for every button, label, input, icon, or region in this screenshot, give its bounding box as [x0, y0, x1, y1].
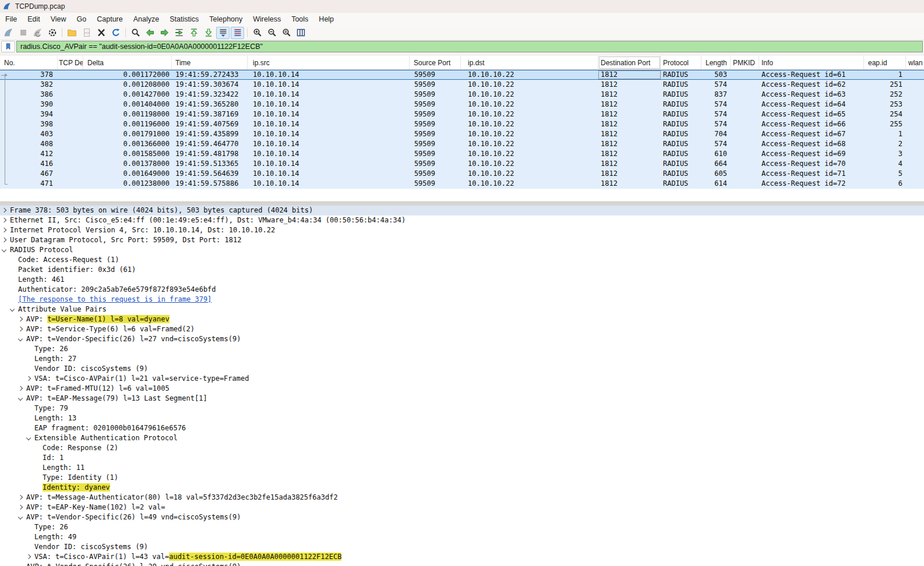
- detail-line[interactable]: Extensible Authentication Protocol: [0, 433, 924, 443]
- detail-line[interactable]: VSA: t=Cisco-AVPair(1) l=21 val=service-…: [0, 374, 924, 384]
- menu-file[interactable]: File: [0, 14, 22, 24]
- expanded-chevron-icon[interactable]: [18, 337, 23, 341]
- detail-line[interactable]: Type: 79: [0, 404, 924, 413]
- menu-analyze[interactable]: Analyze: [128, 14, 164, 24]
- capture-options-button[interactable]: [45, 27, 59, 39]
- detail-line[interactable]: AVP: t=Message-Authenticator(80) l=18 va…: [0, 493, 924, 503]
- detail-line[interactable]: Length: 27: [0, 354, 924, 364]
- collapsed-chevron-icon[interactable]: [18, 327, 23, 331]
- column-header-ipdst[interactable]: ip.dst: [461, 56, 598, 69]
- go-back-button[interactable]: [143, 27, 157, 39]
- collapsed-chevron-icon[interactable]: [2, 208, 6, 213]
- menu-capture[interactable]: Capture: [91, 14, 128, 24]
- response-frame-link[interactable]: [The response to this request is in fram…: [18, 295, 211, 303]
- expanded-chevron-icon[interactable]: [2, 247, 6, 252]
- menu-telephony[interactable]: Telephony: [204, 14, 248, 24]
- column-header-ipsrc[interactable]: ip.src: [248, 56, 410, 69]
- detail-line[interactable]: VSA: t=Cisco-AVPair(1) l=43 val=audit-se…: [0, 552, 924, 562]
- detail-line[interactable]: Code: Response (2): [0, 443, 924, 453]
- column-header-wl[interactable]: wlan: [906, 56, 924, 69]
- autoscroll-button[interactable]: [216, 27, 230, 39]
- packet-row[interactable]: 3900.00140400019:41:59.36528010.10.10.14…: [0, 100, 924, 109]
- detail-line[interactable]: AVP: t=User-Name(1) l=8 val=dyanev: [0, 314, 924, 324]
- column-header-info[interactable]: Info: [759, 56, 864, 69]
- detail-line[interactable]: Length: 461: [0, 275, 924, 285]
- column-header-sport[interactable]: Source Port: [410, 56, 461, 69]
- detail-line[interactable]: User Datagram Protocol, Src Port: 59509,…: [0, 235, 924, 245]
- detail-line[interactable]: Internet Protocol Version 4, Src: 10.10.…: [0, 225, 924, 235]
- column-header-eapid[interactable]: eap.id: [864, 56, 906, 69]
- packet-row[interactable]: 4670.00164900019:41:59.56463910.10.10.14…: [0, 169, 924, 179]
- detail-line[interactable]: EAP fragment: 0201000b016479616e6576: [0, 423, 924, 433]
- stop-capture-button[interactable]: [16, 27, 30, 39]
- packet-row[interactable]: 4710.00123800019:41:59.57588610.10.10.14…: [0, 179, 924, 189]
- go-first-packet-button[interactable]: [187, 27, 200, 39]
- go-to-packet-button[interactable]: [172, 27, 186, 39]
- column-header-proto[interactable]: Protocol: [661, 56, 701, 69]
- collapsed-chevron-icon[interactable]: [26, 554, 31, 559]
- expanded-chevron-icon[interactable]: [18, 396, 23, 401]
- detail-line[interactable]: AVP: t=EAP-Key-Name(102) l=2 val=: [0, 503, 924, 512]
- menu-go[interactable]: Go: [72, 14, 92, 24]
- filter-bookmark-button[interactable]: [1, 41, 15, 52]
- collapsed-chevron-icon[interactable]: [18, 317, 23, 321]
- collapsed-chevron-icon[interactable]: [18, 505, 23, 510]
- detail-line[interactable]: AVP: t=EAP-Message(79) l=13 Last Segment…: [0, 394, 924, 404]
- column-header-dport[interactable]: Destination Port: [598, 56, 661, 69]
- packet-row[interactable]: 3980.00119600019:41:59.40756910.10.10.14…: [0, 119, 924, 129]
- menu-view[interactable]: View: [45, 14, 72, 24]
- detail-line[interactable]: Type: Identity (1): [0, 473, 924, 483]
- column-header-time[interactable]: Time: [172, 56, 248, 69]
- detail-line[interactable]: AVP: t=Framed-MTU(12) l=6 val=1005: [0, 384, 924, 394]
- zoom-in-button[interactable]: [251, 27, 264, 39]
- menu-wireless[interactable]: Wireless: [248, 14, 286, 24]
- packet-row[interactable]: 3860.00142700019:41:59.32342210.10.10.14…: [0, 90, 924, 100]
- expanded-chevron-icon[interactable]: [10, 307, 15, 312]
- packet-row[interactable]: 3780.00117200019:41:59.27243310.10.10.14…: [0, 70, 924, 80]
- pane-splitter[interactable]: [0, 201, 924, 206]
- go-forward-button[interactable]: [158, 27, 171, 39]
- column-header-no[interactable]: No.: [0, 56, 58, 69]
- detail-line[interactable]: Ethernet II, Src: Cisco_e5:e4:ff (00:1e:…: [0, 215, 924, 225]
- column-header-tcpdel[interactable]: TCP Delta: [58, 56, 83, 69]
- column-header-pmkid[interactable]: PMKID: [731, 56, 759, 69]
- collapsed-chevron-icon[interactable]: [2, 238, 6, 242]
- zoom-reset-button[interactable]: [280, 27, 293, 39]
- packet-row[interactable]: 4160.00137800019:41:59.51336510.10.10.14…: [0, 159, 924, 169]
- resize-columns-button[interactable]: [294, 27, 308, 39]
- collapsed-chevron-icon[interactable]: [18, 386, 23, 391]
- detail-line[interactable]: Id: 1: [0, 453, 924, 463]
- menu-statistics[interactable]: Statistics: [164, 14, 204, 24]
- column-header-len[interactable]: Length: [701, 56, 731, 69]
- collapsed-chevron-icon[interactable]: [26, 376, 31, 381]
- detail-line[interactable]: AVP: t=Vendor-Specific(26) l=49 vnd=cisc…: [0, 512, 924, 522]
- packet-row[interactable]: 3820.00120800019:41:59.30367410.10.10.14…: [0, 80, 924, 90]
- detail-line[interactable]: Authenticator: 209c2a5ab7e6e579f872f893e…: [0, 285, 924, 295]
- detail-line[interactable]: [The response to this request is in fram…: [0, 295, 924, 305]
- detail-line[interactable]: Vendor ID: ciscoSystems (9): [0, 542, 924, 552]
- expanded-chevron-icon[interactable]: [26, 436, 31, 440]
- detail-line[interactable]: Length: 13: [0, 413, 924, 423]
- find-packet-button[interactable]: [129, 27, 142, 39]
- detail-line[interactable]: Type: 26: [0, 522, 924, 532]
- restart-capture-button[interactable]: [31, 27, 44, 39]
- start-capture-button[interactable]: [2, 27, 15, 39]
- detail-line[interactable]: Type: 26: [0, 344, 924, 354]
- detail-line[interactable]: RADIUS Protocol: [0, 245, 924, 255]
- column-header-delta[interactable]: Delta: [83, 56, 172, 69]
- detail-line[interactable]: Frame 378: 503 bytes on wire (4024 bits)…: [0, 206, 924, 215]
- packet-row[interactable]: 4030.00179100019:41:59.43589910.10.10.14…: [0, 129, 924, 139]
- close-file-button[interactable]: [94, 27, 108, 39]
- collapsed-chevron-icon[interactable]: [2, 228, 6, 232]
- detail-line[interactable]: Length: 11: [0, 463, 924, 473]
- detail-line[interactable]: AVP: t=Service-Type(6) l=6 val=Framed(2): [0, 324, 924, 334]
- go-last-packet-button[interactable]: [202, 27, 215, 39]
- menu-help[interactable]: Help: [313, 14, 339, 24]
- zoom-out-button[interactable]: [265, 27, 278, 39]
- packet-row[interactable]: 4080.00136600019:41:59.46477010.10.10.14…: [0, 139, 924, 149]
- menu-tools[interactable]: Tools: [286, 14, 313, 24]
- detail-line[interactable]: AVP: t=Vendor-Specific(26) l=29 vnd=cisc…: [0, 562, 924, 566]
- detail-line[interactable]: Length: 49: [0, 532, 924, 542]
- colorize-button[interactable]: [231, 27, 244, 39]
- open-file-button[interactable]: [65, 27, 79, 39]
